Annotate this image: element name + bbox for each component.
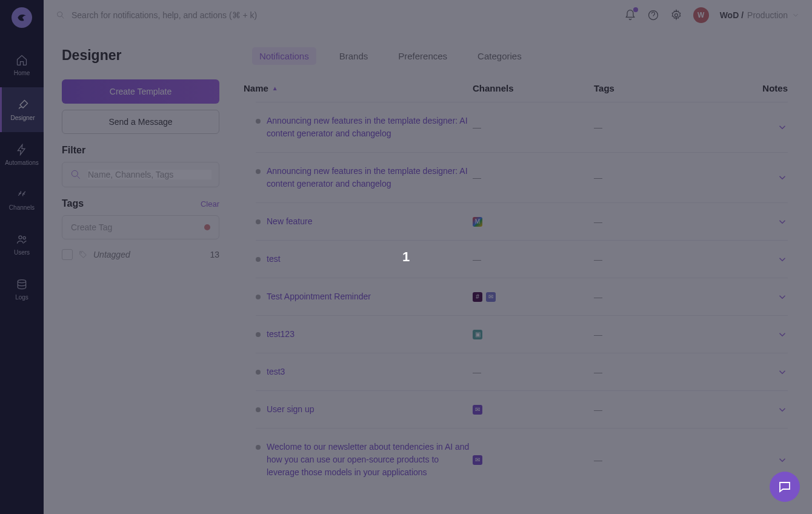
chat-fab[interactable] — [770, 472, 800, 502]
nav-item-home[interactable]: Home — [0, 42, 44, 87]
page-title: Designer — [62, 47, 244, 64]
table-row[interactable]: New featureM— — [256, 202, 788, 240]
tab-categories[interactable]: Categories — [470, 47, 529, 65]
clear-tags-link[interactable]: Clear — [201, 199, 219, 209]
row-name-cell: Test Appointment Reminder — [256, 290, 473, 303]
tags-cell: — — [594, 367, 715, 377]
channels-cell: ✉ — [473, 455, 594, 465]
tag-count: 13 — [210, 250, 219, 259]
channels-cell: — — [473, 122, 594, 133]
table-row[interactable]: User sign up✉— — [256, 390, 788, 428]
template-link[interactable]: Announcing new features in the template … — [267, 165, 473, 190]
tag-checkbox[interactable] — [62, 249, 73, 260]
email-icon: ✉ — [473, 455, 482, 465]
avatar[interactable]: W — [693, 7, 709, 23]
status-dot — [256, 257, 261, 262]
chevron-down-icon[interactable] — [777, 455, 788, 466]
nav-label: Designer — [10, 115, 35, 121]
nav-item-channels[interactable]: Channels — [0, 177, 44, 222]
channels-cell: M — [473, 217, 594, 227]
column-channels[interactable]: Channels — [473, 83, 594, 93]
environment-name: Production — [747, 10, 788, 20]
chevron-down-icon[interactable] — [777, 292, 788, 302]
create-tag-input[interactable]: Create Tag — [62, 215, 219, 239]
tab-brands[interactable]: Brands — [332, 47, 376, 65]
create-template-button[interactable]: Create Template — [62, 79, 219, 104]
template-link[interactable]: test3 — [267, 365, 285, 378]
chevron-down-icon[interactable] — [777, 367, 788, 378]
status-dot — [256, 332, 261, 337]
svg-point-7 — [81, 253, 82, 253]
table-row[interactable]: Announcing new features in the template … — [256, 102, 788, 152]
sidebar: Designer Create Template Send a Message … — [44, 30, 244, 514]
chevron-down-icon[interactable] — [777, 254, 788, 265]
help-button[interactable] — [647, 9, 659, 21]
row-name-cell: test3 — [256, 365, 473, 378]
sms-icon: ✉ — [486, 292, 496, 302]
column-notes[interactable]: Notes — [715, 83, 788, 93]
filter-input-wrap — [62, 162, 219, 187]
nav-item-automations[interactable]: Automations — [0, 132, 44, 177]
sort-asc-icon: ▲ — [272, 85, 278, 92]
chevron-down-icon[interactable] — [777, 216, 788, 227]
status-dot — [256, 370, 261, 375]
brand-logo[interactable] — [12, 7, 32, 28]
row-name-cell: Weclome to our newsletter about tendenci… — [256, 441, 473, 479]
channels-cell: — — [473, 367, 594, 378]
template-link[interactable]: Test Appointment Reminder — [267, 290, 371, 303]
global-search-input[interactable] — [72, 10, 314, 20]
table-row[interactable]: Test Appointment Reminder#✉— — [256, 278, 788, 315]
row-name-cell: test — [256, 253, 473, 265]
filter-heading: Filter — [62, 145, 219, 156]
chevron-down-icon[interactable] — [777, 172, 788, 183]
email-icon: ✉ — [473, 405, 482, 415]
empty-dash: — — [473, 122, 481, 132]
workspace-name: WoD / — [720, 10, 744, 20]
gear-icon — [670, 9, 682, 21]
nav-item-designer[interactable]: Designer — [0, 87, 44, 132]
notifications-button[interactable] — [624, 9, 636, 21]
nav-label: Users — [14, 249, 30, 256]
table-row[interactable]: test123▣— — [256, 315, 788, 353]
column-name[interactable]: Name ▲ — [244, 83, 473, 93]
channels-cell: — — [473, 254, 594, 265]
template-link[interactable]: Announcing new features in the template … — [267, 115, 473, 140]
nav-item-users[interactable]: Users — [0, 222, 44, 267]
template-link[interactable]: test123 — [267, 328, 295, 341]
push-icon: ▣ — [473, 330, 482, 339]
column-tags[interactable]: Tags — [594, 83, 715, 93]
send-message-button[interactable]: Send a Message — [62, 110, 219, 134]
nav-item-logs[interactable]: Logs — [0, 267, 44, 312]
table-row[interactable]: Weclome to our newsletter about tendenci… — [256, 428, 788, 491]
empty-dash: — — [473, 367, 481, 377]
tags-cell: — — [594, 255, 715, 264]
notes-cell — [715, 216, 788, 227]
tags-cell: — — [594, 173, 715, 182]
table-row[interactable]: Announcing new features in the template … — [256, 152, 788, 202]
workspace-switcher[interactable]: WoD / Production — [720, 10, 800, 20]
template-link[interactable]: User sign up — [267, 403, 314, 416]
brush-icon — [17, 99, 29, 111]
channels-cell: ▣ — [473, 330, 594, 339]
tag-row-untagged[interactable]: Untagged 13 — [62, 249, 219, 260]
tab-notifications[interactable]: Notifications — [252, 47, 316, 65]
filter-input[interactable] — [88, 170, 211, 179]
template-link[interactable]: New feature — [267, 215, 312, 228]
chevron-down-icon[interactable] — [777, 404, 788, 415]
notes-cell — [715, 367, 788, 378]
plug-icon — [16, 189, 28, 201]
table-row[interactable]: test3—— — [256, 353, 788, 390]
settings-button[interactable] — [670, 9, 682, 21]
status-dot — [256, 407, 261, 412]
empty-dash: — — [473, 255, 481, 264]
table-row[interactable]: test—— — [256, 240, 788, 278]
notification-dot — [633, 7, 638, 12]
tab-preferences[interactable]: Preferences — [391, 47, 454, 65]
template-link[interactable]: Weclome to our newsletter about tendenci… — [267, 441, 473, 479]
template-link[interactable]: test — [267, 253, 281, 265]
notes-cell — [715, 122, 788, 133]
chevron-down-icon[interactable] — [777, 329, 788, 340]
main-panel: Notifications Brands Preferences Categor… — [244, 30, 812, 514]
empty-dash: — — [473, 173, 481, 182]
chevron-down-icon[interactable] — [777, 122, 788, 133]
